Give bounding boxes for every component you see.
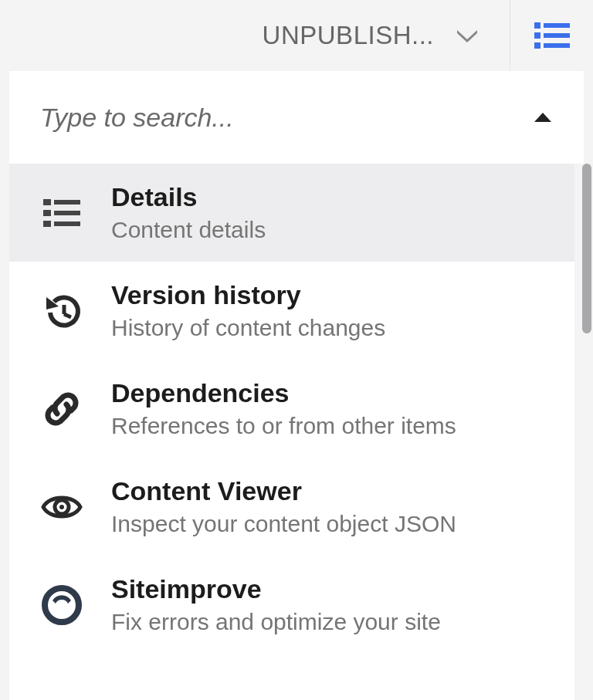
svg-rect-2 [534, 32, 540, 39]
svg-point-16 [45, 588, 79, 622]
history-icon [37, 286, 86, 336]
list-item-dependencies[interactable]: Dependencies References to or from other… [9, 360, 574, 458]
content-area: Details Content details Version history … [9, 164, 593, 700]
status-dropdown[interactable]: UNPUBLISH... [0, 0, 510, 71]
svg-rect-11 [54, 221, 80, 226]
svg-rect-4 [534, 42, 540, 49]
chevron-down-icon [456, 29, 479, 42]
list-icon [533, 20, 571, 51]
list-item-version-history[interactable]: Version history History of content chang… [9, 262, 574, 360]
list-view-button[interactable] [510, 0, 593, 71]
collapse-caret-icon[interactable] [533, 111, 553, 123]
list-details-icon [37, 188, 86, 238]
search-bar [9, 71, 584, 164]
list-item-subtitle: History of content changes [111, 315, 385, 341]
list-item-title: Details [111, 182, 266, 212]
list-item-subtitle: Content details [111, 217, 266, 243]
list-item-title: Dependencies [111, 378, 456, 408]
list-item-title: Siteimprove [111, 574, 441, 604]
list-item-subtitle: Inspect your content object JSON [111, 511, 456, 537]
list-item-title: Content Viewer [111, 476, 456, 506]
svg-rect-6 [43, 199, 51, 205]
list-item-content-viewer[interactable]: Content Viewer Inspect your content obje… [9, 458, 574, 556]
list-item-title: Version history [111, 280, 385, 310]
status-dropdown-label: UNPUBLISH... [263, 21, 434, 50]
list-item-siteimprove[interactable]: Siteimprove Fix errors and optimize your… [9, 556, 574, 654]
list-item-text: Details Content details [111, 182, 266, 243]
list-item-subtitle: Fix errors and optimize your site [111, 609, 441, 635]
svg-rect-10 [43, 221, 51, 227]
scrollbar[interactable] [579, 164, 593, 700]
svg-rect-5 [544, 43, 570, 48]
svg-rect-9 [54, 211, 80, 215]
list-item-text: Version history History of content chang… [111, 280, 385, 341]
list-item-text: Dependencies References to or from other… [111, 378, 456, 439]
list-item-text: Siteimprove Fix errors and optimize your… [111, 574, 441, 635]
widget-list: Details Content details Version history … [9, 164, 574, 700]
svg-rect-0 [534, 22, 540, 29]
list-item-details[interactable]: Details Content details [9, 164, 574, 262]
svg-line-13 [64, 314, 71, 317]
search-input[interactable] [40, 103, 533, 133]
header-bar: UNPUBLISH... [0, 0, 593, 71]
list-item-subtitle: References to or from other items [111, 413, 456, 439]
svg-rect-1 [544, 23, 570, 28]
svg-rect-8 [43, 210, 51, 216]
svg-rect-7 [54, 200, 80, 205]
list-item-text: Content Viewer Inspect your content obje… [111, 476, 456, 537]
scrollbar-thumb[interactable] [582, 164, 591, 333]
eye-icon [37, 482, 86, 532]
siteimprove-icon [37, 580, 86, 630]
svg-rect-3 [544, 33, 570, 38]
svg-point-15 [59, 505, 64, 509]
link-icon [37, 384, 86, 434]
